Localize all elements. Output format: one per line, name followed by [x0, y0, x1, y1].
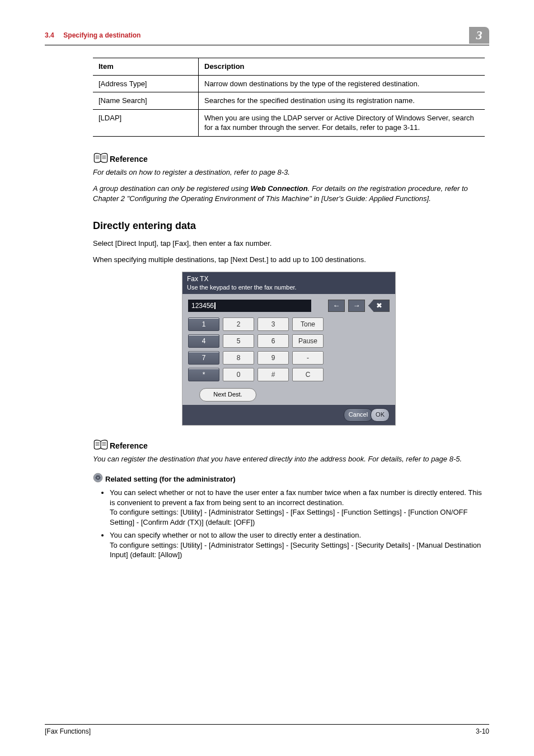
keypad-key-2[interactable]: 2	[223, 318, 254, 331]
reference-heading-2: Reference	[93, 439, 485, 453]
book-icon	[93, 152, 109, 166]
reference-label: Reference	[110, 154, 148, 165]
keypad-key-6[interactable]: 6	[257, 334, 289, 348]
related-setting-label: Related setting (for the administrator)	[105, 474, 236, 484]
direct-p1: Select [Direct Input], tap [Fax], then e…	[93, 239, 485, 249]
keypad-key-1[interactable]: 1	[188, 318, 219, 331]
related-setting-list: You can select whether or not to have th…	[93, 488, 485, 560]
list-item: You can specify whether or not to allow …	[110, 530, 485, 560]
keypad-op-group: ← → ✖	[328, 300, 390, 312]
keypad-key-8[interactable]: 8	[223, 351, 254, 365]
input-cursor	[214, 302, 216, 309]
keypad-key-pause[interactable]: Pause	[292, 334, 324, 348]
table-header-row: Item Description	[93, 58, 485, 76]
reference-heading: Reference	[93, 152, 485, 166]
chapter-number: 3	[476, 27, 483, 44]
book-icon	[93, 439, 109, 453]
cell-item: [Address Type]	[93, 75, 199, 92]
page-footer: [Fax Functions] 3-10	[45, 724, 489, 736]
cell-desc: Searches for the specified destination u…	[199, 92, 485, 110]
cell-desc: When you are using the LDAP server or Ac…	[199, 109, 485, 136]
cursor-left-button[interactable]: ←	[328, 300, 345, 312]
keypad-key-tone[interactable]: Tone	[292, 318, 324, 331]
keypad-panel: Fax TX Use the keypad to enter the fax n…	[182, 272, 396, 426]
related-setting-heading: Related setting (for the administrator)	[93, 473, 485, 486]
content-area: Item Description [Address Type] Narrow d…	[93, 58, 485, 560]
keypad-figure: Fax TX Use the keypad to enter the fax n…	[93, 272, 485, 426]
cell-item: [Name Search]	[93, 92, 199, 110]
keypad-grid: 123Tone456Pause789-*0#C	[188, 318, 390, 381]
keypad-input-row: 123456 ← → ✖	[188, 300, 390, 312]
cancel-button[interactable]: Cancel	[344, 408, 373, 422]
list-item: You can select whether or not to have th…	[110, 488, 485, 527]
reference-text-2: A group destination can only be register…	[93, 184, 485, 203]
table-row: [Name Search] Searches for the specified…	[93, 92, 485, 110]
keypad-titlebar: Fax TX Use the keypad to enter the fax n…	[182, 272, 395, 294]
fax-number-value: 123456	[191, 301, 214, 310]
cursor-right-button[interactable]: →	[348, 300, 365, 312]
cell-desc: Narrow down destinations by the type of …	[199, 75, 485, 92]
table-row: [Address Type] Narrow down destinations …	[93, 75, 485, 92]
keypad-key--[interactable]: -	[292, 351, 324, 365]
table-row: [LDAP] When you are using the LDAP serve…	[93, 109, 485, 136]
footer-right: 3-10	[476, 727, 489, 736]
chapter-badge: 3	[469, 27, 489, 44]
cell-item: [LDAP]	[93, 109, 199, 136]
keypad-key-0[interactable]: 0	[223, 368, 254, 381]
keypad-key-#[interactable]: #	[257, 368, 289, 381]
gear-icon	[93, 473, 103, 486]
svg-point-1	[97, 477, 99, 478]
header-section-num: 3.4	[45, 31, 54, 39]
ok-button[interactable]: OK	[371, 408, 390, 422]
section-heading-direct: Directly entering data	[93, 219, 485, 232]
keypad-key-c[interactable]: C	[292, 368, 324, 381]
reference-label: Reference	[110, 441, 148, 451]
keypad-footer: Cancel OK	[182, 405, 395, 425]
backspace-button[interactable]: ✖	[368, 300, 390, 312]
header-section-title: Specifying a destination	[63, 31, 140, 39]
keypad-title2: Use the keypad to enter the fax number.	[187, 283, 391, 292]
keypad-key-3[interactable]: 3	[257, 318, 289, 331]
keypad-key-5[interactable]: 5	[223, 334, 254, 348]
direct-p2: When specifying multiple destinations, t…	[93, 255, 485, 265]
reference-text-1: For details on how to register a destina…	[93, 167, 485, 178]
fax-number-input[interactable]: 123456	[188, 300, 311, 312]
header-right: 3	[469, 27, 489, 44]
definition-table: Item Description [Address Type] Narrow d…	[93, 58, 485, 137]
keypad-title1: Fax TX	[187, 274, 391, 283]
keypad-key-*[interactable]: *	[188, 368, 219, 381]
col-description: Description	[199, 58, 485, 76]
keypad-key-4[interactable]: 4	[188, 334, 219, 348]
col-item: Item	[93, 58, 199, 76]
keypad-key-9[interactable]: 9	[257, 351, 289, 365]
header-section: 3.4 Specifying a destination	[45, 31, 140, 40]
footer-left: [Fax Functions]	[45, 727, 91, 736]
next-dest-button[interactable]: Next Dest.	[199, 388, 256, 402]
keypad-key-7[interactable]: 7	[188, 351, 219, 365]
keypad-body: 123456 ← → ✖ 123Tone456Pause789-*0#C Nex…	[182, 294, 395, 405]
page-header: 3.4 Specifying a destination 3	[45, 27, 489, 45]
reference-text-3: You can register the destination that yo…	[93, 454, 485, 464]
